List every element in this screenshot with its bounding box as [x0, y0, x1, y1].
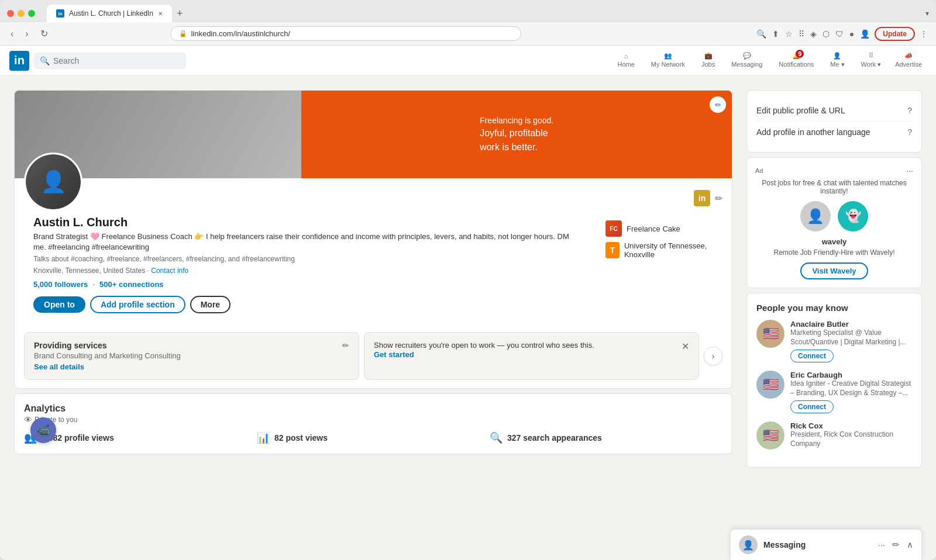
- connect-anaclaire-button[interactable]: Connect: [790, 350, 834, 362]
- profile-name: Austin L. Church: [33, 216, 582, 229]
- left-column: Freelancing is good. Joyful, profitablew…: [14, 90, 732, 546]
- profile-avatar-area: 👤 in ✏: [15, 153, 732, 211]
- followers-link[interactable]: 5,000 followers: [33, 280, 88, 289]
- person-rick-item: 🇺🇸 Rick Cox President, Rick Cox Construc…: [756, 421, 912, 450]
- profile-info: Austin L. Church Brand Strategist 🩷 Free…: [24, 211, 591, 323]
- update-button[interactable]: Update: [875, 27, 915, 41]
- nav-notifications[interactable]: 🔔9 Notifications: [772, 46, 821, 76]
- messaging-collapse-icon[interactable]: ∧: [907, 540, 913, 550]
- analytics-subtitle: 👁 Private to you: [24, 415, 722, 424]
- people-card: People you may know 🇺🇸 Anaclaire Butler …: [746, 293, 922, 468]
- services-info: Providing services Brand Consulting and …: [34, 341, 342, 371]
- ad-label: Ad: [755, 167, 763, 174]
- visit-wavely-button[interactable]: Visit Wavely: [800, 262, 868, 279]
- nav-me[interactable]: 👤 Me ▾: [823, 46, 851, 76]
- connections-link[interactable]: 500+ connections: [99, 280, 163, 289]
- active-tab[interactable]: in Austin L. Church | LinkedIn ✕: [47, 5, 172, 22]
- profile-edit-button[interactable]: ✏: [715, 193, 722, 204]
- cover-edit-button[interactable]: ✏: [710, 96, 726, 113]
- profile-icon[interactable]: 👤: [859, 28, 871, 40]
- services-edit-button[interactable]: ✏: [342, 341, 349, 350]
- nav-advertise-label: Advertise: [895, 61, 922, 68]
- notification-badge: 9: [796, 50, 804, 58]
- search-appearances-stat[interactable]: 🔍 327 search appearances: [490, 431, 722, 444]
- person-eric-item: 🇺🇸 Eric Carbaugh Idea Igniter - Creative…: [756, 371, 912, 413]
- search-bar[interactable]: 🔍: [34, 53, 186, 69]
- edit-profile-url-text: Edit public profile & URL: [756, 106, 845, 115]
- search-appearances-value: 327 search appearances: [507, 433, 602, 443]
- add-language-text: Add profile in another language: [756, 127, 870, 137]
- person-rick-avatar: 🇺🇸: [756, 421, 784, 450]
- share-icon[interactable]: ⬆: [771, 28, 780, 40]
- company-fc-name: Freelance Cake: [627, 224, 680, 233]
- maximize-dot[interactable]: [28, 10, 35, 17]
- person-rick-name: Rick Cox: [790, 421, 912, 430]
- edit-profile-url-link[interactable]: Edit public profile & URL ?: [756, 100, 912, 122]
- nav-notifications-label: Notifications: [779, 61, 814, 68]
- new-tab-button[interactable]: +: [172, 8, 188, 20]
- search-toolbar-icon[interactable]: 🔍: [755, 28, 768, 40]
- nav-work[interactable]: ⠿ Work ▾: [854, 46, 889, 76]
- browser-titlebar: in Austin L. Church | LinkedIn ✕ + ▾: [0, 0, 936, 22]
- browser-toolbar: ‹ › ↻ 🔒 linkedin.com/in/austinlchurch/ 🔍…: [0, 22, 936, 46]
- nav-network[interactable]: 👥 My Network: [644, 46, 692, 76]
- analytics-title: Analytics: [24, 403, 722, 414]
- back-button[interactable]: ‹: [7, 26, 17, 42]
- more-button[interactable]: More: [190, 296, 230, 313]
- add-language-link[interactable]: Add profile in another language ?: [756, 122, 912, 143]
- services-card: Providing services Brand Consulting and …: [24, 332, 359, 380]
- minimize-dot[interactable]: [18, 10, 25, 17]
- connect-eric-button[interactable]: Connect: [790, 400, 834, 413]
- ad-menu-icon[interactable]: ···: [906, 166, 913, 175]
- forward-button[interactable]: ›: [22, 26, 32, 42]
- nav-messaging[interactable]: 💬 Messaging: [724, 46, 769, 76]
- nav-advertise[interactable]: 📣 Advertise: [890, 46, 927, 76]
- linkedin-logo[interactable]: in: [9, 51, 29, 71]
- bookmark-icon[interactable]: ☆: [784, 28, 794, 40]
- close-dot[interactable]: [7, 10, 14, 17]
- profile-views-stat[interactable]: 👥 1,382 profile views: [24, 431, 257, 444]
- video-fab-button[interactable]: 📹: [30, 417, 56, 443]
- profile-card: Freelancing is good. Joyful, profitablew…: [14, 90, 732, 389]
- search-input[interactable]: [53, 56, 180, 65]
- open-banner-title: Show recruiters you're open to work — yo…: [374, 341, 594, 350]
- profile-stats: 5,000 followers · 500+ connections: [33, 279, 582, 289]
- company-ut: T University of Tennessee, Knoxville: [605, 241, 722, 259]
- green-circle-icon: ●: [848, 28, 855, 40]
- network-icon: 👥: [664, 52, 672, 60]
- get-started-link[interactable]: Get started: [374, 350, 414, 359]
- messaging-menu-icon[interactable]: ···: [878, 540, 885, 550]
- lock-icon: 🔒: [179, 30, 187, 37]
- toolbar-icons: 🔍 ⬆ ☆ ⠿ ◈ ⬡ 🛡 ● 👤 Update ⋮: [755, 27, 929, 41]
- linkedin-badge: in: [694, 190, 710, 206]
- messaging-compose-icon[interactable]: ✏: [892, 540, 900, 550]
- company-ut-name: University of Tennessee, Knoxville: [624, 241, 722, 259]
- notifications-icon: 🔔9: [792, 52, 800, 60]
- nav-home[interactable]: ⌂ Home: [610, 46, 641, 76]
- shield-icon: 🛡: [834, 28, 845, 40]
- tab-close-button[interactable]: ✕: [158, 11, 163, 17]
- banner-next-button[interactable]: ›: [704, 347, 722, 365]
- refresh-button[interactable]: ↻: [37, 26, 51, 42]
- see-all-details-link[interactable]: See all details: [34, 362, 342, 371]
- profile-settings-section: Edit public profile & URL ? Add profile …: [746, 90, 922, 153]
- address-bar[interactable]: 🔒 linkedin.com/in/austinlchurch/: [170, 26, 521, 41]
- add-profile-section-button[interactable]: Add profile section: [90, 296, 185, 313]
- open-banner-close-button[interactable]: ✕: [682, 341, 689, 352]
- messaging-icon: 💬: [743, 52, 751, 60]
- contact-info-link[interactable]: Contact info: [151, 267, 188, 275]
- avatar-image: 👤: [26, 154, 81, 209]
- profile-location: Knoxville, Tennessee, United States · Co…: [33, 267, 582, 275]
- main-content: Freelancing is good. Joyful, profitablew…: [0, 76, 936, 560]
- ut-logo: T: [605, 242, 620, 258]
- advertise-icon: 📣: [904, 52, 913, 60]
- ad-tagline: Remote Job Friendly-Hire with Wavely!: [755, 248, 913, 257]
- analytics-stats: 👥 1,382 profile views 📊 82 post views 🔍: [24, 431, 722, 444]
- post-views-stat[interactable]: 📊 82 post views: [257, 431, 490, 444]
- nav-jobs[interactable]: 💼 Jobs: [694, 46, 722, 76]
- puzzle-icon[interactable]: ⠿: [797, 28, 806, 40]
- nav-items: ⌂ Home 👥 My Network 💼 Jobs 💬 Messaging 🔔…: [610, 46, 927, 76]
- window-collapse: ▾: [925, 9, 929, 18]
- open-to-button[interactable]: Open to: [33, 296, 85, 313]
- menu-icon[interactable]: ⋮: [918, 28, 929, 40]
